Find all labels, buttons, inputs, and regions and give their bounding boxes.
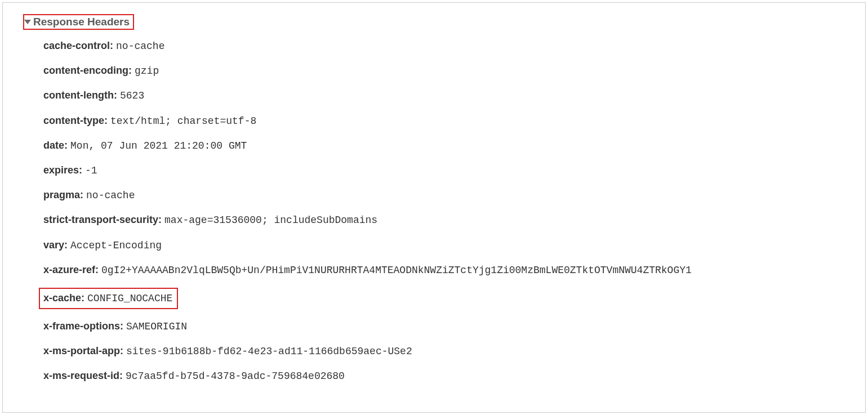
header-row-x-frame-options: x-frame-options: SAMEORIGIN bbox=[43, 319, 848, 334]
header-name: strict-transport-security: bbox=[43, 214, 162, 225]
header-row-pragma: pragma: no-cache bbox=[43, 188, 848, 203]
header-name: x-ms-portal-app: bbox=[43, 345, 123, 356]
header-value: sites-91b6188b-fd62-4e23-ad11-1166db659a… bbox=[126, 346, 412, 357]
headers-list: cache-control: no-cache content-encoding… bbox=[20, 39, 848, 384]
header-row-x-ms-request-id: x-ms-request-id: 9c7aa5fd-b75d-4378-9adc… bbox=[43, 369, 848, 383]
section-header[interactable]: Response Headers bbox=[23, 14, 134, 30]
header-name: x-cache: bbox=[43, 292, 84, 304]
x-cache-highlight: x-cache: CONFIG_NOCACHE bbox=[39, 288, 178, 309]
header-value: 0gI2+YAAAAABn2VlqLBW5Qb+Un/PHimPiV1NURUR… bbox=[101, 265, 692, 276]
header-value: 5623 bbox=[120, 90, 144, 101]
header-name: cache-control: bbox=[43, 40, 113, 51]
header-value: Accept-Encoding bbox=[70, 240, 162, 251]
header-name: content-encoding: bbox=[43, 65, 132, 76]
header-row-x-cache: x-cache: CONFIG_NOCACHE bbox=[43, 288, 848, 309]
header-row-content-type: content-type: text/html; charset=utf-8 bbox=[43, 114, 848, 128]
header-name: vary: bbox=[43, 239, 68, 251]
header-value: max-age=31536000; includeSubDomains bbox=[164, 215, 377, 226]
header-value: no-cache bbox=[86, 190, 135, 201]
header-value: gzip bbox=[135, 65, 159, 77]
header-value: CONFIG_NOCACHE bbox=[87, 293, 172, 304]
section-title-highlight: Response Headers bbox=[23, 14, 134, 30]
header-value: SAMEORIGIN bbox=[126, 321, 187, 332]
disclosure-triangle-icon[interactable] bbox=[24, 20, 31, 24]
section-title: Response Headers bbox=[32, 16, 131, 28]
header-value: -1 bbox=[85, 165, 97, 176]
header-row-vary: vary: Accept-Encoding bbox=[43, 238, 848, 253]
header-value: Mon, 07 Jun 2021 21:20:00 GMT bbox=[70, 140, 247, 151]
header-name: pragma: bbox=[43, 189, 83, 200]
header-row-date: date: Mon, 07 Jun 2021 21:20:00 GMT bbox=[43, 139, 848, 153]
header-row-content-length: content-length: 5623 bbox=[43, 88, 848, 103]
header-name: expires: bbox=[43, 164, 82, 176]
header-row-content-encoding: content-encoding: gzip bbox=[43, 64, 848, 78]
header-name: x-ms-request-id: bbox=[43, 370, 123, 381]
header-row-x-ms-portal-app: x-ms-portal-app: sites-91b6188b-fd62-4e2… bbox=[43, 344, 848, 359]
header-row-x-azure-ref: x-azure-ref: 0gI2+YAAAAABn2VlqLBW5Qb+Un/… bbox=[43, 263, 848, 278]
header-value: 9c7aa5fd-b75d-4378-9adc-759684e02680 bbox=[126, 371, 345, 382]
header-row-strict-transport-security: strict-transport-security: max-age=31536… bbox=[43, 213, 848, 227]
header-value: text/html; charset=utf-8 bbox=[110, 115, 256, 127]
header-row-expires: expires: -1 bbox=[43, 163, 848, 178]
header-value: no-cache bbox=[116, 41, 164, 52]
header-name: x-azure-ref: bbox=[43, 264, 99, 275]
header-name: date: bbox=[43, 140, 68, 151]
header-name: content-type: bbox=[43, 115, 108, 126]
response-headers-panel: Response Headers cache-control: no-cache… bbox=[2, 2, 866, 413]
header-name: content-length: bbox=[43, 90, 117, 101]
header-name: x-frame-options: bbox=[43, 320, 123, 332]
header-row-cache-control: cache-control: no-cache bbox=[43, 39, 848, 53]
